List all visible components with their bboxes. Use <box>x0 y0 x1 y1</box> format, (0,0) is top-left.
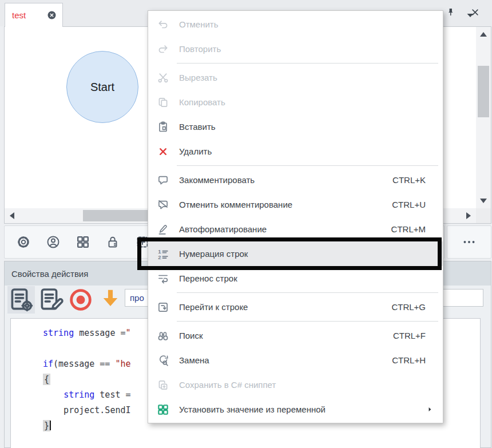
line-numbers-icon: 12 <box>156 248 170 260</box>
properties-toolbar <box>7 286 126 314</box>
menu-item-shortcut: CTRL+U <box>392 200 426 209</box>
more-panel <box>447 225 491 259</box>
scroll-left-icon[interactable] <box>10 212 14 219</box>
menu-item-label: Перейти к строке <box>179 302 391 312</box>
menu-item-shortcut: CTRL+M <box>391 224 426 234</box>
menu-item-label: Копировать <box>179 97 435 107</box>
script-edit-button[interactable] <box>37 286 65 314</box>
insert-below-button[interactable] <box>97 286 124 314</box>
menu-item-paste[interactable]: Вставить <box>148 114 443 139</box>
menu-item-label: Отменить <box>179 19 435 29</box>
text-caret <box>50 421 51 430</box>
code-token: string <box>43 328 74 338</box>
record-button[interactable] <box>67 286 94 314</box>
menu-item-label: Закомментировать <box>179 175 392 185</box>
replace-icon <box>156 354 170 367</box>
menu-item-label: Вырезать <box>179 73 435 82</box>
menu-item-label: Автоформатирование <box>179 224 391 234</box>
menu-item-label: Поиск <box>179 331 393 340</box>
code-token: " <box>126 328 131 338</box>
grid-icon[interactable] <box>76 235 90 249</box>
menu-item-shortcut: CTRL+F <box>393 331 426 340</box>
menu-item-label: Перенос строк <box>179 273 435 283</box>
uncomment-icon <box>156 199 170 211</box>
redo-icon <box>156 43 170 55</box>
start-node-label: Start <box>90 81 114 94</box>
menu-item-line-numbering[interactable]: 12Нумерация строк <box>148 241 443 266</box>
code-token <box>43 390 64 400</box>
menu-item-search[interactable]: ПоискCTRL+F <box>148 323 443 348</box>
menu-item-label: Повторить <box>179 44 435 54</box>
pencil-icon <box>156 223 170 236</box>
menu-item-save-csharp-snippet[interactable]: Сохранить в C# сниппет <box>148 372 443 397</box>
code-token: if <box>43 359 53 369</box>
code-token: "he <box>115 359 130 369</box>
menu-item-label: Сохранить в C# сниппет <box>179 380 435 390</box>
menu-item-set-value-from-variable[interactable]: Установить значение из переменной <box>148 397 443 422</box>
menu-separator <box>177 321 438 322</box>
ellipsis-icon[interactable] <box>462 235 477 249</box>
code-token: message = <box>74 328 125 338</box>
menu-separator <box>177 165 438 166</box>
menu-separator <box>177 292 438 293</box>
tab-label: test <box>12 10 26 20</box>
scissors-icon <box>156 72 170 84</box>
code-token: string <box>64 390 94 400</box>
menu-item-label: Отменить комментирование <box>179 200 392 209</box>
menu-item-cut[interactable]: Вырезать <box>148 65 443 90</box>
menu-item-redo[interactable]: Повторить <box>148 37 443 61</box>
tab-close-icon[interactable] <box>47 10 57 20</box>
delete-x-icon <box>156 145 170 158</box>
menu-item-copy[interactable]: Копировать <box>148 90 443 114</box>
scroll-up-icon[interactable] <box>480 32 487 37</box>
binoculars-icon <box>156 330 170 342</box>
context-menu: ОтменитьПовторитьВырезатьКопироватьВстав… <box>148 10 443 423</box>
menu-item-undo[interactable]: Отменить <box>148 12 443 37</box>
code-token: project.SendI <box>43 405 131 415</box>
code-token: { <box>43 374 50 385</box>
paste-icon <box>156 121 170 133</box>
code-token: (message == <box>53 359 115 369</box>
menu-item-uncomment[interactable]: Отменить комментированиеCTRL+U <box>148 192 443 217</box>
comment-icon <box>156 174 170 187</box>
pin-icon[interactable] <box>445 7 456 18</box>
menu-item-delete[interactable]: Удалить <box>148 139 443 164</box>
script-settings-button[interactable] <box>7 286 35 314</box>
menu-item-comment[interactable]: ЗакомментироватьCTRL+K <box>148 168 443 192</box>
menu-item-replace[interactable]: ЗаменаCTRL+H <box>148 348 443 372</box>
menu-item-label: Нумерация строк <box>179 249 435 259</box>
menu-item-shortcut: CTRL+K <box>392 175 426 185</box>
copy-icon <box>156 96 170 109</box>
undo-icon <box>156 18 170 31</box>
code-token: test = <box>94 390 130 400</box>
word-wrap-icon <box>156 272 170 285</box>
snippet-icon <box>156 379 170 391</box>
menu-item-autoformat[interactable]: АвтоформатированиеCTRL+M <box>148 217 443 241</box>
panel-title: Свойства действия <box>11 269 88 279</box>
user-icon[interactable] <box>46 235 61 249</box>
scrollbar-corner <box>476 208 491 223</box>
vertical-scrollbar[interactable] <box>476 27 491 208</box>
menu-item-label: Вставить <box>179 122 435 132</box>
scroll-right-icon[interactable] <box>466 212 471 219</box>
menu-item-shortcut: CTRL+H <box>392 355 426 365</box>
menu-item-label: Удалить <box>179 146 435 156</box>
gear-icon[interactable] <box>16 235 31 249</box>
variable-grid-icon <box>156 403 170 416</box>
start-node[interactable]: Start <box>66 51 138 123</box>
tab-test[interactable]: test <box>5 3 63 27</box>
vertical-scroll-thumb[interactable] <box>478 66 489 117</box>
menu-item-label: Установить значение из переменной <box>179 405 426 414</box>
menu-item-label: Замена <box>179 355 392 365</box>
menu-item-word-wrap[interactable]: Перенос строк <box>148 266 443 291</box>
menu-separator <box>177 63 438 64</box>
menu-item-goto-line[interactable]: Перейти к строкеCTRL+G <box>148 295 443 319</box>
submenu-arrow-icon <box>426 406 434 413</box>
goto-line-icon <box>156 301 170 314</box>
menu-item-shortcut: CTRL+G <box>391 302 426 312</box>
svg-text:2: 2 <box>158 254 161 260</box>
svg-text:1: 1 <box>158 249 161 255</box>
scroll-down-icon[interactable] <box>480 199 487 203</box>
lock-icon[interactable] <box>105 235 120 249</box>
panel-close-icon[interactable] <box>470 7 481 18</box>
